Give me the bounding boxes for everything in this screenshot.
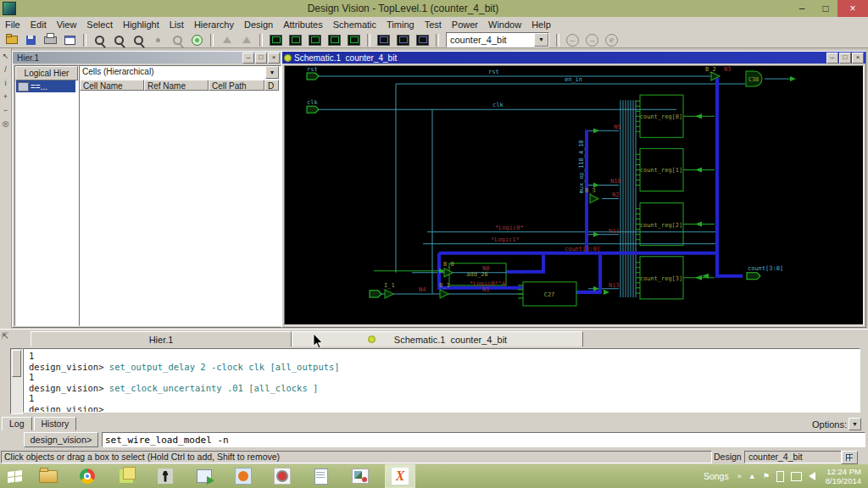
menu-test[interactable]: Test (420, 18, 447, 31)
menu-file[interactable]: File (0, 18, 25, 31)
taskbar-launcher-button[interactable] (190, 465, 219, 487)
chevron-down-icon[interactable]: ▼ (849, 418, 861, 430)
action-center-flag-icon[interactable]: ⚑ (763, 472, 770, 480)
close-icon[interactable]: × (268, 53, 280, 64)
taskbar-chrome-button[interactable] (73, 465, 102, 487)
next-schematic-button[interactable] (287, 32, 304, 48)
new-schematic-view-button[interactable] (306, 32, 324, 48)
taskbar-recorder-button[interactable] (268, 465, 297, 487)
menu-select[interactable]: Select (81, 18, 118, 31)
col-d[interactable]: D (264, 80, 279, 91)
menu-hierarchy[interactable]: Hierarchy (189, 18, 239, 31)
zoom-2x-button[interactable] (110, 32, 128, 48)
device-icon[interactable] (776, 471, 784, 482)
tray-songs-toolbar[interactable]: Songs (704, 471, 729, 481)
design-select[interactable]: counter_4_bit ▼ (446, 32, 549, 47)
scrollbar-thumb[interactable] (12, 350, 21, 377)
zoom-in-tool-icon[interactable]: + (1, 91, 11, 103)
col-cell-path[interactable]: Cell Path (209, 80, 264, 91)
hier-view-button[interactable] (375, 32, 392, 48)
hier-tree-item[interactable]: ==... (16, 80, 75, 92)
schematic-canvas[interactable]: rst clk rst en_in clk count[3:0] mux_op_… (284, 65, 864, 325)
col-ref-name[interactable]: Ref Name (144, 80, 209, 91)
console-log[interactable]: 1 design_vision> set_output_delay 2 -clo… (23, 348, 860, 413)
taskbar-clock[interactable]: 12:24 PM 8/19/2014 (826, 467, 861, 485)
print-button[interactable] (42, 32, 59, 48)
minimize-button[interactable]: – (242, 53, 254, 64)
options-control[interactable]: Options: ▼ (812, 418, 861, 430)
start-button[interactable] (0, 464, 29, 488)
schematic-window-titlebar[interactable]: Schematic.1 counter_4_bit – □ × (282, 52, 865, 64)
chevron-right-icon[interactable]: » (737, 472, 742, 480)
maximize-button[interactable]: □ (255, 53, 267, 64)
menu-help[interactable]: Help (526, 18, 556, 31)
close-button[interactable]: × (837, 0, 868, 17)
console-scrollbar[interactable] (10, 348, 23, 414)
tab-hier[interactable]: Hier.1 (31, 331, 292, 347)
gate-b0 (444, 269, 453, 277)
zoom-select-button[interactable] (91, 32, 108, 48)
taskbar-cs-button[interactable] (151, 465, 180, 487)
ports[interactable] (307, 73, 760, 297)
cells-view-select[interactable]: Cells (Hierarchical) ▼ (80, 66, 279, 79)
status-grid-button[interactable] (841, 451, 858, 464)
volume-icon[interactable] (809, 472, 815, 480)
tray-show-hidden-icon[interactable]: ▲ (748, 472, 756, 480)
close-icon[interactable]: × (852, 53, 864, 64)
zoom-dot-button[interactable] (149, 32, 167, 48)
save-design-button[interactable] (22, 32, 40, 48)
pan-tool-icon[interactable]: ◎ (1, 118, 11, 130)
new-window-button[interactable] (61, 32, 79, 48)
gates[interactable] (385, 71, 762, 298)
minimize-button[interactable]: – (790, 0, 814, 17)
map-view-button[interactable] (394, 32, 412, 48)
menu-window[interactable]: Window (483, 18, 526, 31)
tab-schematic[interactable]: Schematic.1 counter_4_bit (292, 331, 583, 347)
col-cell-name[interactable]: Cell Name (80, 80, 144, 91)
timing-view-button[interactable] (414, 32, 431, 48)
taskbar-player-button[interactable] (229, 465, 258, 487)
zoom-out-button[interactable] (169, 32, 186, 48)
symbol-view-button[interactable] (345, 32, 363, 48)
tab-history[interactable]: History (34, 417, 77, 430)
zoom-out-tool-icon[interactable]: − (1, 104, 11, 116)
up-hierarchy-button[interactable] (218, 32, 236, 48)
maximize-button[interactable]: □ (814, 0, 837, 17)
zoom-prev-button[interactable] (130, 32, 147, 48)
menu-design[interactable]: Design (239, 18, 278, 31)
chevron-down-icon[interactable]: ▼ (265, 66, 279, 79)
command-input[interactable] (102, 432, 865, 447)
cursor-tool-icon[interactable]: ↖ (1, 50, 11, 62)
forward-button[interactable]: → (583, 32, 601, 48)
minimize-button[interactable]: – (826, 53, 838, 64)
info-tool-icon[interactable]: i (1, 77, 11, 89)
network-icon[interactable] (791, 472, 802, 481)
menu-highlight[interactable]: Highlight (118, 18, 164, 31)
open-design-button[interactable] (3, 32, 20, 48)
menu-edit[interactable]: Edit (25, 18, 52, 31)
tab-log[interactable]: Log (2, 417, 32, 430)
taskbar-notes-button[interactable] (112, 465, 141, 487)
menu-timing[interactable]: Timing (381, 18, 420, 31)
menu-attributes[interactable]: Attributes (278, 18, 327, 31)
taskbar-gallery-button[interactable] (346, 465, 375, 487)
back-button[interactable]: ← (564, 32, 581, 48)
zoom-full-button[interactable] (188, 32, 206, 48)
grid-icon (846, 454, 853, 461)
hier-window-titlebar[interactable]: Hier.1 – □ × (13, 52, 281, 64)
taskbar-explorer-button[interactable] (34, 465, 63, 487)
menu-list[interactable]: List (164, 18, 189, 31)
taskbar-notepad-button[interactable] (307, 465, 336, 487)
menu-view[interactable]: View (52, 18, 82, 31)
corner-widget-icon[interactable]: ⇱ (2, 331, 14, 343)
chevron-down-icon[interactable]: ▼ (534, 33, 548, 47)
prev-schematic-button[interactable] (267, 32, 285, 48)
top-hierarchy-button[interactable] (237, 32, 255, 48)
edit-history-button[interactable]: e (603, 32, 620, 48)
schematic-view-button[interactable] (326, 32, 343, 48)
menu-schematic[interactable]: Schematic (328, 18, 381, 31)
wire-tool-icon[interactable]: / (1, 64, 11, 75)
maximize-button[interactable]: □ (839, 53, 851, 64)
taskbar-xilinx-button[interactable]: X (385, 464, 415, 488)
menu-power[interactable]: Power (447, 18, 483, 31)
